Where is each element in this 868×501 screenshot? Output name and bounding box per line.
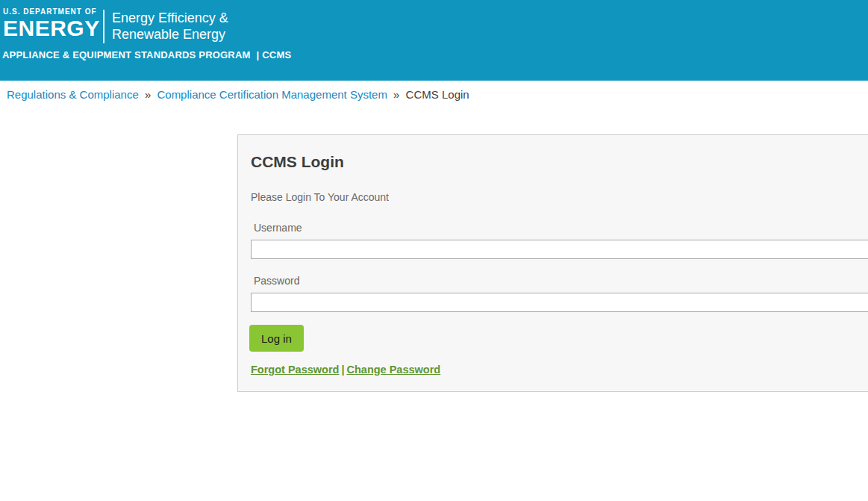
breadcrumb-separator: »: [145, 88, 151, 101]
forgot-password-link[interactable]: Forgot Password: [251, 364, 339, 376]
breadcrumb-link-regulations-compliance[interactable]: Regulations & Compliance: [7, 88, 139, 101]
office-title-line2: Renewable Energy: [112, 26, 228, 43]
breadcrumb-separator: »: [393, 88, 399, 101]
program-title-text: APPLIANCE & EQUIPMENT STANDARDS PROGRAM: [2, 49, 251, 60]
username-input[interactable]: [251, 240, 868, 259]
program-title: APPLIANCE & EQUIPMENT STANDARDS PROGRAM|…: [2, 49, 291, 60]
login-subtitle: Please Login To Your Account: [251, 191, 868, 204]
password-label: Password: [254, 275, 868, 287]
username-label: Username: [254, 222, 868, 234]
change-password-link[interactable]: Change Password: [347, 364, 441, 376]
breadcrumb: Regulations & Compliance » Compliance Ce…: [7, 88, 469, 101]
password-input[interactable]: [251, 293, 868, 312]
doe-logo[interactable]: U.S. DEPARTMENT OF ENERGY: [3, 7, 100, 40]
login-panel: CCMS Login Please Login To Your Account …: [237, 134, 868, 392]
site-header: U.S. DEPARTMENT OF ENERGY Energy Efficie…: [0, 0, 868, 81]
breadcrumb-current-page: CCMS Login: [406, 88, 469, 101]
links-separator: |: [341, 364, 344, 376]
login-button[interactable]: Log in: [249, 325, 304, 352]
breadcrumb-link-ccms-system[interactable]: Compliance Certification Management Syst…: [157, 88, 387, 101]
office-title-line1: Energy Efficiency &: [112, 10, 228, 26]
program-title-suffix: | CCMS: [257, 49, 292, 60]
doe-logo-energy-text: ENERGY: [3, 16, 100, 40]
password-links: Forgot Password|Change Password: [251, 364, 868, 376]
office-title: Energy Efficiency & Renewable Energy: [112, 10, 228, 43]
page-title: CCMS Login: [251, 153, 868, 171]
logo-divider: [103, 10, 104, 43]
